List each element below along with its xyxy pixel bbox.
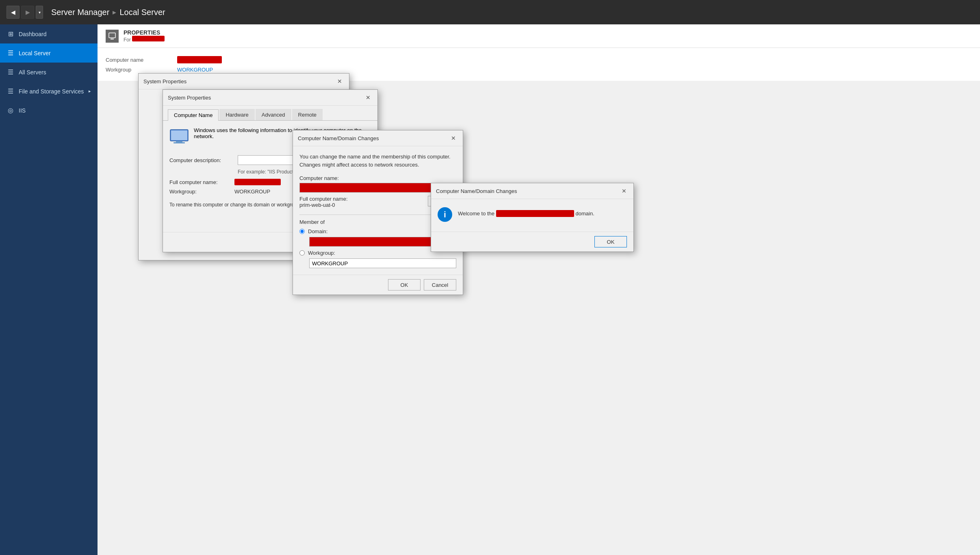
tab-computer-name[interactable]: Computer Name (168, 109, 219, 121)
sys2-title: System Properties (168, 95, 211, 101)
main-layout: ⊞ Dashboard ☰ Local Server ☰ All Servers… (0, 24, 980, 555)
properties-info: PROPERTIES For (124, 29, 165, 43)
iis-icon: ◎ (7, 106, 15, 114)
computer-name-label: Computer name: (299, 175, 456, 181)
svg-rect-1 (111, 39, 114, 39)
properties-header: PROPERTIES For (98, 24, 980, 48)
domain-footer: OK Cancel (293, 275, 463, 295)
sidebar-item-local-server[interactable]: ☰ Local Server (0, 43, 98, 63)
tab-hardware[interactable]: Hardware (219, 109, 254, 120)
welcome-footer: OK (431, 232, 633, 251)
info-icon: i (438, 207, 452, 222)
svg-rect-3 (171, 130, 187, 140)
welcome-close-button[interactable]: ✕ (620, 186, 629, 195)
tab-remote[interactable]: Remote (292, 109, 323, 120)
workgroup-radio-label: Workgroup: (308, 250, 335, 256)
content-area: PROPERTIES For Computer name ███████████… (98, 24, 980, 555)
workgroup-radio[interactable] (299, 250, 305, 256)
domain-radio-label: Domain: (308, 228, 327, 234)
breadcrumb-separator: ▸ (113, 8, 116, 17)
back-button[interactable]: ◀ (7, 6, 20, 19)
svg-rect-0 (109, 33, 115, 38)
domain-cancel-button[interactable]: Cancel (424, 279, 456, 291)
workgroup-input[interactable] (309, 258, 456, 268)
workgroup-label: Workgroup: (169, 189, 234, 195)
domain-ok-button[interactable]: OK (388, 279, 421, 291)
properties-icon (106, 30, 119, 43)
topbar: ◀ ▶ ▾ Server Manager ▸ Local Server (0, 0, 980, 24)
welcome-title: Computer Name/Domain Changes (436, 188, 517, 194)
dialog-overlay: System Properties ✕ System Properties ✕ … (98, 24, 980, 555)
full-computer-name-value-redacted: ████████████ (234, 179, 281, 185)
domain-radio[interactable] (299, 229, 305, 234)
file-storage-icon: ☰ (7, 87, 15, 95)
computer-icon (169, 129, 189, 149)
welcome-ok-button[interactable]: OK (594, 236, 627, 247)
all-servers-icon: ☰ (7, 68, 15, 76)
sidebar: ⊞ Dashboard ☰ Local Server ☰ All Servers… (0, 24, 98, 555)
svg-rect-5 (173, 142, 185, 143)
tab-advanced[interactable]: Advanced (256, 109, 291, 120)
nav-dropdown-button[interactable]: ▾ (36, 6, 43, 19)
computer-description-label: Computer description: (169, 157, 234, 163)
sidebar-item-all-servers-label: All Servers (19, 69, 46, 76)
welcome-dialog[interactable]: Computer Name/Domain Changes ✕ i Welcome… (431, 183, 634, 252)
prop-workgroup-value[interactable]: WORKGROUP (177, 67, 213, 73)
domain-description: You can change the name and the membersh… (299, 153, 456, 169)
properties-subtitle-redacted (132, 36, 165, 41)
sys1-close-button[interactable]: ✕ (335, 77, 344, 86)
prop-computer-name-label: Computer name (106, 57, 171, 63)
domain-title: Computer Name/Domain Changes (298, 135, 379, 141)
welcome-domain-redacted: ████████████████████ (496, 210, 574, 217)
file-storage-arrow: ▸ (89, 89, 91, 94)
sidebar-item-all-servers[interactable]: ☰ All Servers (0, 63, 98, 82)
sidebar-item-dashboard[interactable]: ⊞ Dashboard (0, 24, 98, 43)
sidebar-item-dashboard-label: Dashboard (19, 31, 47, 37)
welcome-suffix: domain. (574, 210, 594, 217)
domain-titlebar: Computer Name/Domain Changes ✕ (293, 130, 463, 146)
domain-close-button[interactable]: ✕ (449, 134, 458, 143)
welcome-prefix: Welcome to the (458, 210, 496, 217)
prop-computer-name-value[interactable]: ████████████ (177, 56, 222, 63)
welcome-titlebar: Computer Name/Domain Changes ✕ (431, 183, 633, 199)
sidebar-item-iis-label: IIS (19, 107, 26, 114)
dashboard-icon: ⊞ (7, 30, 15, 38)
nav-buttons: ◀ ▶ ▾ (7, 6, 43, 19)
welcome-body: i Welcome to the ████████████████████ do… (431, 199, 633, 232)
forward-button[interactable]: ▶ (21, 6, 34, 19)
local-server-icon: ☰ (7, 49, 15, 57)
properties-subtitle: For (124, 36, 165, 43)
sidebar-item-iis[interactable]: ◎ IIS (0, 101, 98, 120)
welcome-text: Welcome to the ████████████████████ doma… (458, 207, 594, 218)
workgroup-value: WORKGROUP (234, 189, 270, 195)
prop-computer-name: Computer name ████████████ (106, 54, 972, 65)
app-title: Server Manager (51, 8, 109, 17)
sys2-titlebar: System Properties ✕ (163, 90, 377, 106)
sys2-close-button[interactable]: ✕ (364, 93, 373, 102)
topbar-title: Server Manager ▸ Local Server (51, 8, 165, 17)
prop-workgroup-label: Workgroup (106, 67, 171, 73)
current-page-title: Local Server (119, 8, 165, 17)
sys1-title: System Properties (143, 78, 186, 85)
sys1-titlebar: System Properties ✕ (139, 74, 349, 89)
sidebar-item-file-storage-label: File and Storage Services (19, 88, 84, 95)
sidebar-item-file-storage[interactable]: ☰ File and Storage Services ▸ (0, 82, 98, 101)
properties-title: PROPERTIES (124, 29, 165, 36)
full-name-label: Full computer name: (169, 179, 234, 185)
sidebar-item-local-server-label: Local Server (19, 50, 51, 56)
sys2-tabs: Computer Name Hardware Advanced Remote (163, 106, 377, 121)
